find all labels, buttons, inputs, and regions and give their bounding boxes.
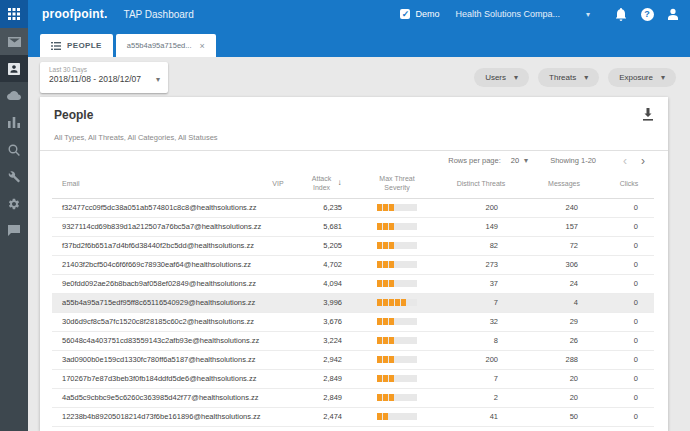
table-row[interactable]: 21403f2bcf504c6f6f669c78930eaf64@healths… bbox=[52, 255, 654, 274]
threats-filter-button[interactable]: Threats ▾ bbox=[538, 68, 599, 87]
sidebar-item-settings[interactable] bbox=[0, 190, 28, 217]
attack-index-cell: 3,676 bbox=[294, 312, 356, 331]
column-header-attack-index[interactable]: Attack Index ↓ bbox=[294, 170, 356, 198]
severity-segment bbox=[383, 223, 388, 230]
distinct-threats-cell: 32 bbox=[438, 312, 524, 331]
email-cell[interactable]: 3ad0900b0e159cd1330fc780ff6a5187@healths… bbox=[52, 350, 262, 369]
table-row[interactable]: 30d6d9cf8c5a7fc1520c8f28185c60c2@healths… bbox=[52, 312, 654, 331]
table-row[interactable]: 56048c4a403751cd83559143c2afb93e@healths… bbox=[52, 331, 654, 350]
close-icon[interactable]: × bbox=[200, 41, 205, 51]
date-range-value: 2018/11/08 - 2018/12/07 bbox=[49, 74, 141, 84]
column-header-clicks[interactable]: Clicks bbox=[604, 170, 654, 198]
email-cell[interactable]: 56048c4a403751cd83559143c2afb93e@healths… bbox=[52, 331, 262, 350]
table-row[interactable]: 9327114cd69b839d1a212507a76bc5a7@healths… bbox=[52, 217, 654, 236]
apps-grid-button[interactable] bbox=[0, 0, 28, 28]
attack-index-cell: 3,224 bbox=[294, 331, 356, 350]
demo-label: Demo bbox=[415, 9, 439, 19]
email-cell[interactable]: a55b4a95a715edf95ff8c65116540929@healths… bbox=[52, 293, 262, 312]
column-header-max-threat-severity[interactable]: Max Threat Severity bbox=[356, 170, 438, 198]
sidebar-item-email[interactable] bbox=[0, 28, 28, 55]
column-header-vip[interactable]: VIP bbox=[262, 170, 294, 198]
email-cell[interactable]: 21403f2bcf504c6f6f669c78930eaf64@healths… bbox=[52, 255, 262, 274]
severity-segment bbox=[389, 337, 394, 344]
email-cell[interactable]: 30d6d9cf8c5a7fc1520c8f28185c60c2@healths… bbox=[52, 312, 262, 331]
severity-segment bbox=[401, 318, 406, 325]
notifications-button[interactable] bbox=[608, 8, 634, 21]
account-button[interactable] bbox=[660, 8, 686, 20]
filter-pills: Users ▾ Threats ▾ Exposure ▾ bbox=[474, 68, 676, 87]
email-cell[interactable]: 170267b7e87d3beb3f0fb184ddfd5de6@healths… bbox=[52, 369, 262, 388]
table-row[interactable]: 3ad0900b0e159cd1330fc780ff6a5187@healths… bbox=[52, 350, 654, 369]
max-threat-severity-cell bbox=[356, 198, 438, 217]
sidebar-item-tools[interactable] bbox=[0, 163, 28, 190]
severity-segment bbox=[401, 337, 406, 344]
table-row[interactable]: 4a5d5c9cbbc9e5c6260c363985d42f77@healths… bbox=[52, 388, 654, 407]
severity-segment bbox=[389, 261, 394, 268]
severity-segment bbox=[377, 318, 382, 325]
tab-person-detail[interactable]: a55b4a95a715ed... × bbox=[116, 34, 216, 57]
severity-segment bbox=[389, 280, 394, 287]
email-cell[interactable]: 9327114cd69b839d1a212507a76bc5a7@healths… bbox=[52, 217, 262, 236]
demo-toggle[interactable]: ✓ Demo bbox=[400, 9, 439, 19]
exposure-filter-button[interactable]: Exposure ▾ bbox=[608, 68, 676, 87]
severity-segment bbox=[389, 223, 394, 230]
table-row[interactable]: f32477cc09f5dc38a051ab574801c8c8@healths… bbox=[52, 198, 654, 217]
severity-segment bbox=[377, 375, 382, 382]
people-badge-icon bbox=[8, 63, 20, 75]
severity-bar bbox=[377, 223, 417, 230]
severity-bar bbox=[377, 261, 417, 268]
column-header-email[interactable]: Email bbox=[52, 170, 262, 198]
apps-grid-icon bbox=[8, 8, 20, 20]
severity-bar bbox=[377, 318, 417, 325]
severity-segment bbox=[377, 413, 382, 420]
table-row[interactable]: 9e0fdd092ae26b8bacb9af058ef02849@healths… bbox=[52, 274, 654, 293]
rows-per-page-select[interactable]: 20 ▾ bbox=[511, 156, 528, 165]
severity-segment bbox=[389, 413, 394, 420]
table-row[interactable]: 170267b7e87d3beb3f0fb184ddfd5de6@healths… bbox=[52, 369, 654, 388]
sidebar-item-cloud[interactable] bbox=[0, 82, 28, 109]
help-icon: ? bbox=[641, 8, 654, 21]
email-cell[interactable]: 4a5d5c9cbbc9e5c6260c363985d42f77@healths… bbox=[52, 388, 262, 407]
tab-people[interactable]: PEOPLE bbox=[40, 34, 113, 57]
severity-segment bbox=[389, 242, 394, 249]
messages-cell: 288 bbox=[524, 350, 604, 369]
severity-segment bbox=[401, 261, 406, 268]
column-header-distinct-threats[interactable]: Distinct Threats bbox=[438, 170, 524, 198]
email-cell[interactable]: f32477cc09f5dc38a051ab574801c8c8@healths… bbox=[52, 198, 262, 217]
email-cell[interactable]: e3db42a69f319d31293cbe8578456ad1@healths… bbox=[52, 426, 262, 431]
column-header-messages[interactable]: Messages bbox=[524, 170, 604, 198]
email-cell[interactable]: f37bd2f6b651a7d4bf6d38440f2bc5dd@healths… bbox=[52, 236, 262, 255]
table-row[interactable]: 12238b4b89205018214d73f6be161896@healths… bbox=[52, 407, 654, 426]
date-range-selector[interactable]: Last 30 Days 2018/11/08 - 2018/12/07 ▾ bbox=[40, 62, 168, 93]
prev-page-button[interactable]: ‹ bbox=[616, 155, 634, 167]
sidebar-item-reports[interactable] bbox=[0, 109, 28, 136]
severity-segment bbox=[401, 394, 406, 401]
vip-cell bbox=[262, 407, 294, 426]
users-filter-button[interactable]: Users ▾ bbox=[474, 68, 529, 87]
table-row[interactable]: e3db42a69f319d31293cbe8578456ad1@healths… bbox=[52, 426, 654, 431]
download-button[interactable] bbox=[642, 108, 654, 121]
sidebar-item-feedback[interactable] bbox=[0, 217, 28, 244]
severity-segment bbox=[395, 413, 400, 420]
clicks-cell: 0 bbox=[604, 388, 654, 407]
distinct-threats-cell: 7 bbox=[438, 293, 524, 312]
severity-segment bbox=[383, 280, 388, 287]
sidebar-item-people[interactable] bbox=[0, 55, 28, 82]
sidebar-item-search[interactable] bbox=[0, 136, 28, 163]
demo-checkbox[interactable]: ✓ bbox=[400, 9, 410, 19]
filter-summary: All Types, All Threats, All Categories, … bbox=[40, 122, 668, 150]
clicks-cell: 0 bbox=[604, 369, 654, 388]
severity-segment bbox=[395, 394, 400, 401]
table-row[interactable]: a55b4a95a715edf95ff8c65116540929@healths… bbox=[52, 293, 654, 312]
help-button[interactable]: ? bbox=[634, 8, 660, 21]
company-selector[interactable]: Health Solutions Compa... ▾ bbox=[455, 9, 590, 19]
clicks-cell: 0 bbox=[604, 426, 654, 431]
table-row[interactable]: f37bd2f6b651a7d4bf6d38440f2bc5dd@healths… bbox=[52, 236, 654, 255]
distinct-threats-cell: 41 bbox=[438, 407, 524, 426]
next-page-button[interactable]: › bbox=[634, 155, 652, 167]
vip-cell bbox=[262, 312, 294, 331]
email-cell[interactable]: 12238b4b89205018214d73f6be161896@healths… bbox=[52, 407, 262, 426]
email-cell[interactable]: 9e0fdd092ae26b8bacb9af058ef02849@healths… bbox=[52, 274, 262, 293]
tab-person-detail-label: a55b4a95a715ed... bbox=[127, 41, 192, 50]
severity-segment bbox=[383, 413, 388, 420]
